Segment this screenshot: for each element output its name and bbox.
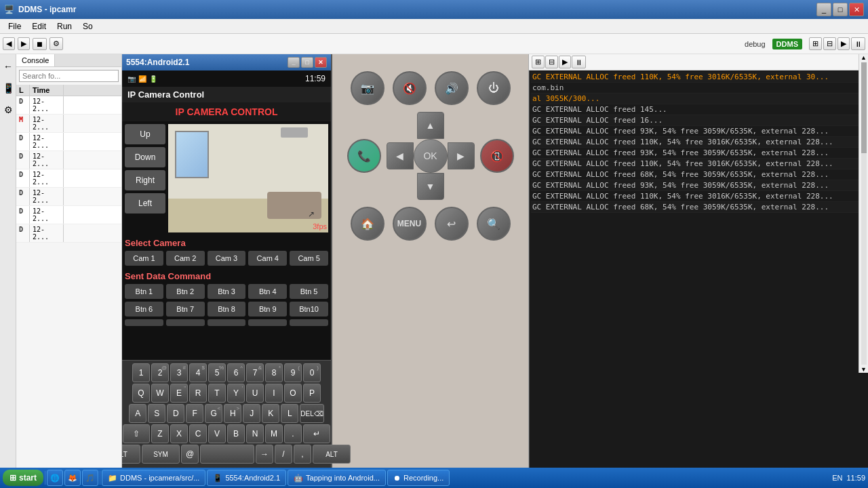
kb-key-space[interactable] (200, 445, 254, 464)
kb-key-period[interactable]: . (284, 424, 302, 443)
kb-key-0[interactable]: 0) (303, 363, 321, 382)
kb-key-r[interactable]: R (189, 384, 207, 403)
toolbar-btn-4[interactable]: ⚙ (50, 37, 63, 50)
kb-key-3[interactable]: 3# (170, 363, 188, 382)
hw-vol-down-btn[interactable]: 🔇 (393, 71, 427, 105)
tab-console[interactable]: Console (16, 54, 55, 66)
kb-key-u[interactable]: U (246, 384, 264, 403)
search-input[interactable] (19, 70, 119, 82)
right-toolbar-btn-2[interactable]: ⊟ (823, 37, 836, 50)
kb-key-7[interactable]: 7& (246, 363, 264, 382)
right-tool-1[interactable]: ⊞ (532, 56, 545, 68)
hw-home-btn[interactable]: 🏠 (351, 207, 384, 241)
right-tool-4[interactable]: ⏸ (572, 56, 586, 68)
menu-file[interactable]: File (3, 20, 26, 33)
emu-minimize[interactable]: _ (288, 57, 300, 68)
dpad-right[interactable]: ▶ (448, 142, 475, 169)
taskbar-recording-btn[interactable]: ⏺ Recording... (387, 470, 450, 486)
kb-key-h[interactable]: H> (224, 404, 241, 423)
kb-key-8[interactable]: 8* (265, 363, 283, 382)
cam-btn-3[interactable]: Cam 3 (208, 251, 246, 266)
scroll-down-arrow[interactable]: ▼ (861, 366, 867, 373)
kb-key-2[interactable]: 2@ (151, 363, 169, 382)
kb-key-q[interactable]: Q (132, 384, 150, 403)
data-btn-9[interactable]: Btn 9 (248, 302, 287, 317)
data-btn-1[interactable]: Btn 1 (125, 284, 163, 299)
scroll-up-arrow[interactable]: ▲ (861, 54, 867, 61)
kb-key-sym[interactable]: SYM (142, 445, 180, 464)
taskbar-browser-2[interactable]: 🦊 (64, 470, 81, 486)
kb-key-b[interactable]: B (227, 424, 245, 443)
right-tool-2[interactable]: ⊟ (545, 56, 558, 68)
toolbar-btn-1[interactable]: ◀ (3, 37, 15, 50)
hw-back-btn[interactable]: ↩ (435, 207, 469, 241)
kb-key-alt-left[interactable]: ALT (122, 445, 140, 464)
right-toolbar-btn-1[interactable]: ⊞ (809, 37, 822, 50)
data-btn-7[interactable]: Btn 7 (166, 302, 205, 317)
kb-key-4[interactable]: 4$ (189, 363, 207, 382)
data-btn-4[interactable]: Btn 4 (248, 284, 287, 299)
hw-menu-btn[interactable]: MENU (393, 207, 427, 241)
btn-left[interactable]: Left (125, 193, 165, 214)
data-btn-10[interactable]: Btn10 (290, 302, 328, 317)
kb-key-i[interactable]: I (265, 384, 283, 403)
kb-key-f[interactable]: F (186, 404, 203, 423)
data-btn-6[interactable]: Btn 6 (125, 302, 163, 317)
emu-maximize[interactable]: □ (301, 57, 313, 68)
btn-right[interactable]: Right (125, 170, 165, 190)
right-scrollbar[interactable]: ▲ ▼ (859, 54, 868, 373)
kb-key-k[interactable]: K (262, 404, 279, 423)
kb-key-n[interactable]: N (246, 424, 264, 443)
minimize-button[interactable]: _ (816, 3, 831, 16)
toolbar-btn-2[interactable]: ▶ (18, 37, 30, 50)
taskbar-browser-1[interactable]: 🌐 (47, 470, 63, 486)
right-toolbar-btn-4[interactable]: ⏸ (851, 37, 865, 50)
kb-key-y[interactable]: Y' (227, 384, 245, 403)
kb-key-m[interactable]: M (265, 424, 283, 443)
sidebar-icon-phone[interactable]: 📱 (0, 80, 16, 96)
kb-key-l[interactable]: L (281, 404, 298, 423)
cam-btn-1[interactable]: Cam 1 (125, 251, 163, 266)
kb-key-p[interactable]: P (303, 384, 321, 403)
kb-key-5[interactable]: 5% (208, 363, 226, 382)
kb-key-z[interactable]: Z (151, 424, 169, 443)
taskbar-android-btn[interactable]: 🤖 Tapping into Android... (288, 470, 386, 486)
kb-key-del[interactable]: DEL⌫ (300, 404, 323, 423)
start-button[interactable]: ⊞ start (3, 470, 43, 486)
kb-key-6[interactable]: 6^ (227, 363, 245, 382)
kb-key-9[interactable]: 9( (284, 363, 302, 382)
kb-key-alt-right[interactable]: ALT (313, 445, 351, 464)
menu-edit[interactable]: Edit (26, 20, 52, 33)
sidebar-icon-1[interactable]: ← (0, 58, 16, 75)
data-btn-e1[interactable] (125, 319, 163, 326)
menu-so[interactable]: So (77, 20, 98, 33)
toolbar-btn-3[interactable]: ⏹ (33, 38, 47, 50)
hw-end-call-btn[interactable]: 📵 (480, 139, 514, 173)
data-btn-e2[interactable] (166, 319, 205, 326)
hw-call-btn[interactable]: 📞 (347, 139, 381, 173)
cam-btn-4[interactable]: Cam 4 (248, 251, 287, 266)
kb-key-g[interactable]: G< (205, 404, 222, 423)
kb-key-c[interactable]: C (189, 424, 207, 443)
data-btn-3[interactable]: Btn 3 (208, 284, 246, 299)
close-button[interactable]: ✕ (849, 3, 864, 16)
right-toolbar-btn-3[interactable]: ▶ (837, 37, 850, 50)
cam-btn-2[interactable]: Cam 2 (166, 251, 205, 266)
kb-key-enter[interactable]: ↵ (303, 424, 330, 443)
kb-key-j[interactable]: J (243, 404, 260, 423)
hw-vol-up-btn[interactable]: 🔊 (435, 71, 469, 105)
right-tool-3[interactable]: ▶ (559, 56, 571, 68)
dpad-center[interactable]: OK (414, 139, 448, 173)
kb-key-d[interactable]: D (167, 404, 184, 423)
hw-search-btn[interactable]: 🔍 (477, 207, 511, 241)
kb-key-t[interactable]: T (208, 384, 226, 403)
kb-key-comma[interactable]: , (294, 445, 311, 464)
data-btn-2[interactable]: Btn 2 (166, 284, 205, 299)
kb-key-a[interactable]: A (129, 404, 146, 423)
hw-power-btn[interactable]: ⏻ (477, 71, 511, 105)
kb-key-o[interactable]: O (284, 384, 302, 403)
dpad-up[interactable]: ▲ (417, 112, 444, 139)
dpad-down[interactable]: ▼ (417, 173, 444, 200)
dpad-left[interactable]: ◀ (387, 142, 414, 169)
kb-key-shift[interactable]: ⇧ (123, 424, 150, 443)
